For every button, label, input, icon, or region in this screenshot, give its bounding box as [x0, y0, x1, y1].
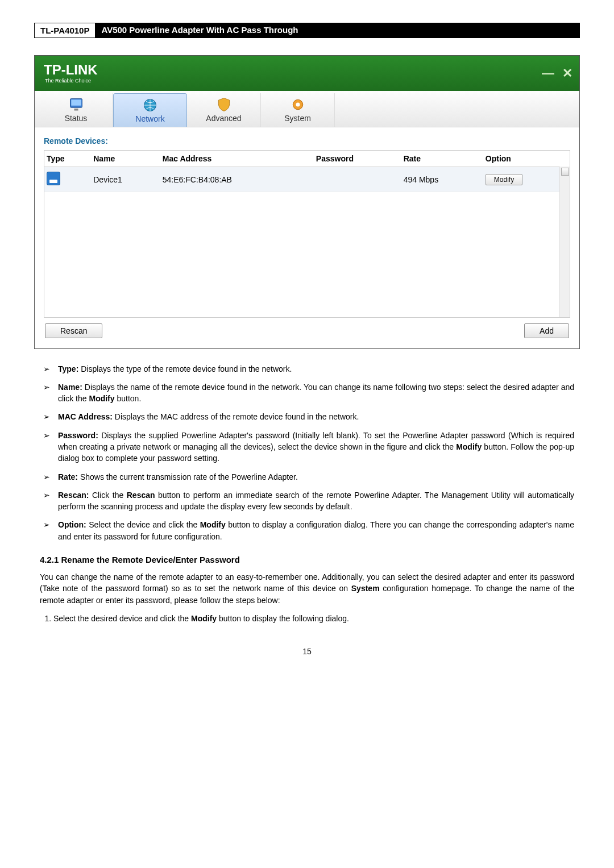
- steps-list: Select the desired device and click the …: [34, 613, 580, 624]
- section-title: Remote Devices:: [44, 136, 570, 146]
- col-mac: Mac Address: [160, 151, 314, 167]
- col-type: Type: [44, 151, 91, 167]
- tab-status[interactable]: Status: [39, 93, 113, 127]
- tabs: Status Network Advanced System: [35, 91, 579, 127]
- add-button[interactable]: Add: [524, 323, 569, 338]
- desc-password: Password: Displays the supplied Powerlin…: [40, 430, 574, 464]
- desc-name: Name: Displays the name of the remote de…: [40, 381, 574, 405]
- col-rate: Rate: [401, 151, 483, 167]
- logo-text: TP-LINK: [39, 62, 98, 77]
- cell-name: Device1: [91, 167, 160, 192]
- app-body: Remote Devices: Type Name Mac Address Pa…: [35, 127, 579, 348]
- modify-button[interactable]: Modify: [486, 174, 522, 185]
- cell-mac: 54:E6:FC:B4:08:AB: [160, 167, 314, 192]
- tab-network-label: Network: [135, 114, 164, 123]
- cell-option: Modify: [483, 167, 570, 192]
- cell-rate: 494 Mbps: [401, 167, 483, 192]
- svg-point-5: [296, 103, 300, 107]
- cell-password: [314, 167, 401, 192]
- logo-block: TP-LINK The Reliable Choice: [39, 63, 98, 84]
- tab-status-label: Status: [65, 114, 88, 123]
- tab-network[interactable]: Network: [113, 93, 187, 127]
- desc-rescan: Rescan: Click the Rescan button to perfo…: [40, 489, 574, 513]
- desc-mac: MAC Address: Displays the MAC address of…: [40, 411, 574, 422]
- close-icon[interactable]: ✕: [560, 66, 575, 81]
- table-row[interactable]: Device1 54:E6:FC:B4:08:AB 494 Mbps Modif…: [44, 167, 570, 192]
- scroll-up-icon[interactable]: [561, 168, 569, 176]
- minimize-icon[interactable]: —: [540, 66, 557, 81]
- monitor-icon: [68, 97, 84, 113]
- titlebar: TP-LINK The Reliable Choice — ✕: [35, 56, 579, 91]
- svg-rect-2: [74, 109, 78, 111]
- tab-advanced[interactable]: Advanced: [187, 93, 261, 127]
- section-421-para: You can change the name of the remote ad…: [34, 571, 580, 606]
- rescan-button[interactable]: Rescan: [45, 323, 102, 338]
- shield-icon: [216, 97, 232, 113]
- cell-type: [44, 167, 91, 192]
- desc-type: Type: Displays the type of the remote de…: [40, 363, 574, 375]
- device-icon: [47, 172, 60, 185]
- col-option: Option: [483, 151, 570, 167]
- section-421-heading: 4.2.1 Rename the Remote Device/Enter Pas…: [40, 555, 574, 564]
- table-header-row: Type Name Mac Address Password Rate Opti…: [44, 151, 570, 167]
- globe-icon: [142, 97, 158, 113]
- window-controls: — ✕: [540, 66, 575, 81]
- scrollbar[interactable]: [559, 167, 570, 317]
- doc-model: TL-PA4010P: [34, 23, 96, 38]
- page-number: 15: [34, 647, 580, 656]
- col-password: Password: [314, 151, 401, 167]
- device-table: Type Name Mac Address Password Rate Opti…: [44, 150, 570, 318]
- doc-title: AV500 Powerline Adapter With AC Pass Thr…: [96, 23, 580, 38]
- app-window: TP-LINK The Reliable Choice — ✕ Status N…: [34, 55, 580, 349]
- tab-advanced-label: Advanced: [206, 114, 241, 123]
- step-1: Select the desired device and click the …: [53, 613, 574, 624]
- doc-header: TL-PA4010P AV500 Powerline Adapter With …: [34, 23, 580, 38]
- desc-rate: Rate: Shows the current transmission rat…: [40, 471, 574, 483]
- col-name: Name: [91, 151, 160, 167]
- gear-icon: [290, 97, 306, 113]
- desc-option: Option: Select the device and click the …: [40, 519, 574, 542]
- tab-system[interactable]: System: [261, 93, 335, 127]
- tab-system-label: System: [284, 114, 311, 123]
- svg-rect-1: [71, 99, 81, 106]
- logo-tagline: The Reliable Choice: [39, 78, 98, 84]
- table-empty-space: [44, 192, 570, 317]
- bottom-buttons: Rescan Add: [44, 318, 570, 340]
- description-list: Type: Displays the type of the remote de…: [34, 363, 580, 543]
